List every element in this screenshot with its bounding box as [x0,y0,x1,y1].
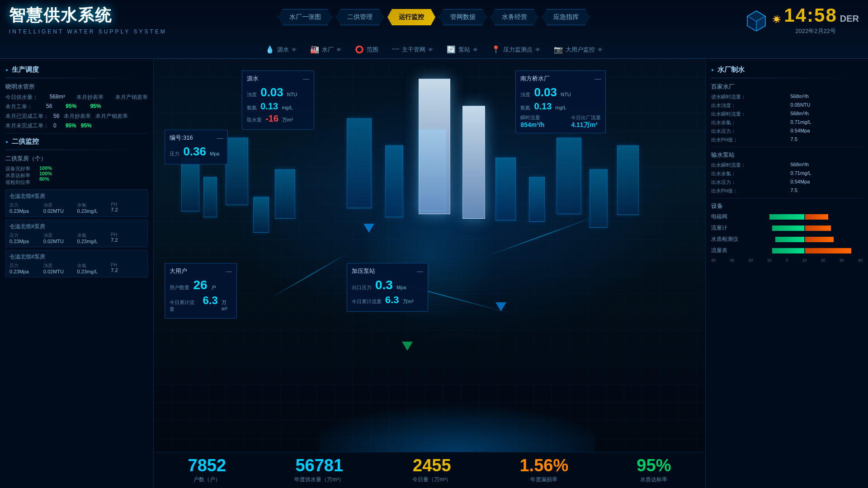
pr1-turbidity: 浊度 0.02MTU [43,202,76,214]
sub-nav-range-label: 范围 [367,46,378,54]
lu-count-unit: 户 [211,284,216,291]
clock-brand: DER [840,14,859,24]
eye-icon-4[interactable]: 👁 [473,47,478,52]
valve-bar-right [805,214,863,220]
nf-turbidity-row: 浊度 0.03 NTU [520,85,601,99]
sub-nav-pressure[interactable]: 📍 压力监测点 👁 [491,45,540,54]
factory-name[interactable]: 百家水厂 [711,83,863,91]
right-panel: 水厂制水 百家水厂 进水瞬时流量： 568m³/h 出水浊度： 0.05NTU … [705,59,868,488]
nf-ammonia-value: 0.13 [534,101,552,112]
source-water-card[interactable]: 源水 — 浊度 0.03 NTU 氨氮 0.13 mg/L 取水量 -16 万m… [242,70,314,130]
sub-nav-source-water-label: 源水 [277,46,289,54]
map-container[interactable]: 源水 — 浊度 0.03 NTU 氨氮 0.13 mg/L 取水量 -16 万m… [154,59,705,452]
flowmeter-bar [746,225,863,231]
outlet-turbidity-label: 出水浊度： [711,102,783,109]
wq-bar [746,237,863,242]
production-subsection[interactable]: 晓明水管所 [5,83,148,91]
ps-outlet-pressure-label: 出水压力： [711,179,783,186]
building-6 [347,118,372,208]
sub-nav-source-water[interactable]: 💧 源水 👁 [265,45,297,54]
ps-outlet-ph-label: 出水PH值： [711,188,783,194]
fm2-bar-right [805,248,863,253]
pressure-title: 编号:316 [170,134,193,142]
tab-er-supply[interactable]: 二供管理 [336,9,384,25]
device-bars: 电磁阀 流量计 [711,213,863,254]
eye-icon-5[interactable]: 👁 [535,47,540,52]
sw-ammonia-value: 0.13 [260,101,278,112]
valve-label: 电磁阀 [711,213,743,221]
wq-orange [805,237,834,242]
scale-30-right: 30 [840,258,844,263]
large-user-header: 大用户 — [170,267,232,275]
nf-instant-value: 854m³/h [520,121,544,128]
large-user-card[interactable]: 大用户 — 用户数量 26 户 今日累计流量 6.3 万m³ [165,263,237,319]
eye-icon-6[interactable]: 👁 [598,47,603,52]
device-bar-water-quality: 水质检测仪 [711,235,863,243]
ps-title: 加压泵站 [352,267,375,275]
eye-icon-3[interactable]: 👁 [428,47,433,52]
header: 智慧供水系统 INTELLIGENT WATER SUPPLY SYSTEM 水… [0,0,868,59]
pump-station-card[interactable]: 加压泵站 — 出口压力 0.3 Mpa 今日累计流量 6.3 万m³ [347,263,428,312]
flowmeter-bar-left [746,225,804,231]
today-supply-value: 568m³ [50,94,65,101]
pr2-pressure: 压力 0.23Mpa [9,232,42,244]
sub-nav-large-user[interactable]: 📷 大用户监控 👁 [554,45,603,54]
sub-nav-main-pipe[interactable]: 〰 主干管网 👁 [392,46,433,54]
fm2-green [772,248,804,253]
tab-operation-monitor[interactable]: 运行监控 [387,9,435,25]
device-bar-flowmeter: 流量计 [711,224,863,232]
source-water-close[interactable]: — [303,75,309,82]
eye-icon-2[interactable]: 👁 [336,47,341,52]
tab-water-factory[interactable]: 水厂一张图 [278,9,332,25]
sw-turbidity-unit: NTU [287,92,297,97]
nanfang-close[interactable]: — [594,75,601,82]
nf-turbidity-label: 浊度 [520,91,530,98]
copy-rate-3: 95% [66,122,76,129]
ps-close[interactable]: — [417,267,423,275]
stat-annual-supply: 56781 年度供水量（万m³） [294,457,344,483]
ps-pressure-row: 出口压力 0.3 Mpa [352,278,423,292]
flowmeter-label: 流量计 [711,224,743,232]
monthly-copy-label: 本月抄表率 [76,94,104,101]
completed-value: 56 [53,113,59,119]
building-13 [617,145,639,215]
large-user-close[interactable]: — [226,267,232,275]
outlet-ph-label: 出水PH值： [711,136,783,143]
nav-tabs: 水厂一张图 二供管理 运行监控 管网数据 水务经营 应急指挥 [278,9,590,25]
today-supply-row: 今日供水量： 568m³ 本月抄表率 本月产销差率 [5,94,148,101]
eye-icon-1[interactable]: 👁 [292,47,297,52]
tab-pipe-data[interactable]: 管网数据 [439,9,487,25]
outlet-pressure-label: 出水压力： [711,128,783,135]
sub-nav-factory[interactable]: 🏭 水厂 👁 [310,45,341,54]
pump-room-2-title: 仓溢北馆#泵房 [9,223,144,230]
outlet-ph-value: 7.5 [791,136,863,143]
stat-quality-rate: 95% 水质达标率 [637,457,671,483]
loss-rate-value: 1.56% [519,457,568,474]
nanfang-factory-card[interactable]: 南方桥水厂 — 浊度 0.03 NTU 氨氮 0.13 mg/L 瞬时流量 85… [515,70,606,133]
tab-water-management[interactable]: 水务经营 [491,9,538,25]
monthly-workorder-label: 本月工单： [5,103,33,111]
pressure-card[interactable]: 编号:316 — 压力 0.36 Mpa [165,130,228,164]
er-supply-subtitle: 二供泵房（个） [5,155,148,163]
large-user-title: 大用户 [170,267,187,275]
inlet-flow-label: 进水瞬时流量： [711,94,783,100]
pr1-residual: 余氯 0.23mg/L [77,202,110,214]
factory-section-title: 水厂制水 [711,66,863,74]
tab-emergency[interactable]: 应急指挥 [542,9,590,25]
sub-nav-range[interactable]: ⭕ 范围 [355,45,378,54]
logo-subtitle: INTELLIGENT WATER SUPPLY SYSTEM [9,28,167,35]
building-5 [275,169,295,219]
flowmeter-bar-right [805,225,863,231]
er-supply-divider [5,150,148,150]
incomplete-value: 0 [53,122,57,129]
sub-nav-factory-label: 水厂 [322,46,334,54]
lu-count-value: 26 [193,278,207,292]
pressure-close[interactable]: — [217,134,223,141]
building-2 [203,177,217,217]
water-quality-label: 水质检测仪 [711,235,743,243]
sub-nav-pump[interactable]: 🔄 泵站 👁 [447,45,478,54]
map-arrow-3 [495,302,506,311]
inlet-flow-value: 568m³/h [791,94,863,100]
annual-supply-label: 年度供水量（万m³） [294,476,344,483]
valve-orange-bar [805,214,828,220]
